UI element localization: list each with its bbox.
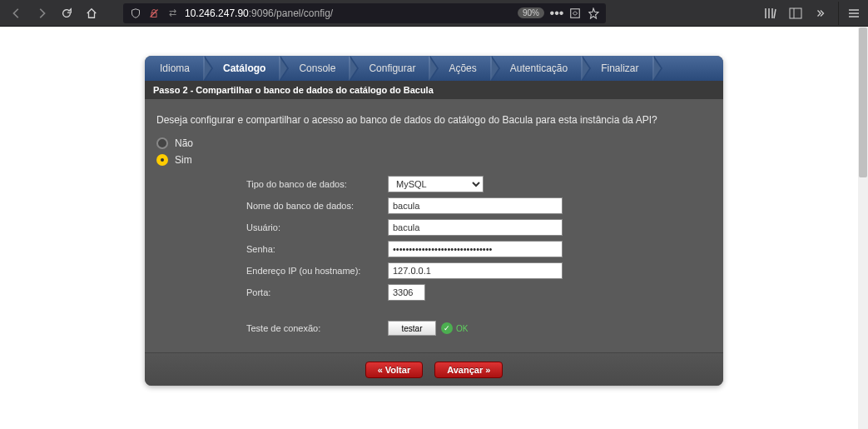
url-bar[interactable]: ⇄ 10.246.247.90:9096/panel/config/ 90% •… [123, 3, 606, 23]
label-test: Teste de conexão: [246, 323, 388, 333]
test-button[interactable]: testar [388, 321, 436, 336]
label-user: Usuário: [246, 222, 388, 232]
more-icon[interactable]: ••• [551, 7, 563, 19]
step-acoes[interactable]: Ações [429, 56, 489, 81]
input-port[interactable] [388, 284, 425, 301]
input-password[interactable] [388, 241, 563, 257]
question-text: Deseja configurar e compartilhar o acess… [156, 114, 712, 126]
zoom-badge[interactable]: 90% [518, 7, 544, 18]
home-button[interactable] [82, 3, 102, 23]
browser-toolbar: ⇄ 10.246.247.90:9096/panel/config/ 90% •… [0, 0, 868, 27]
scrollbar-thumb[interactable] [859, 27, 867, 177]
input-host[interactable] [388, 262, 563, 279]
right-toolbar [763, 2, 861, 25]
radio-no-row[interactable]: Não [156, 137, 712, 149]
check-icon: ✓ [441, 322, 453, 334]
label-password: Senha: [246, 244, 388, 254]
page-content: Idioma Catálogo Console Configurar Ações… [0, 27, 868, 429]
label-db-name: Nome do banco de dados: [246, 201, 388, 211]
step-console[interactable]: Console [279, 56, 349, 81]
step-configurar[interactable]: Configurar [349, 56, 429, 81]
overflow-icon[interactable] [813, 6, 828, 21]
step-title: Passo 2 - Compartilhar o banco de dados … [145, 81, 723, 99]
panel-footer: « Voltar Avançar » [145, 352, 723, 386]
forward-button[interactable] [32, 3, 52, 23]
breadcrumb-steps: Idioma Catálogo Console Configurar Ações… [145, 56, 723, 81]
insecure-lock-icon [148, 7, 160, 19]
input-user[interactable] [388, 219, 563, 236]
shield-icon [130, 7, 141, 19]
select-db-type[interactable]: MySQL [388, 176, 484, 192]
next-button-footer[interactable]: Avançar » [434, 362, 503, 378]
library-icon[interactable] [763, 6, 778, 21]
scrollbar[interactable] [858, 27, 868, 429]
radio-yes[interactable] [156, 154, 168, 166]
sidebar-icon[interactable] [788, 6, 803, 21]
step-autenticacao[interactable]: Autenticação [490, 56, 581, 81]
svg-rect-3 [790, 8, 801, 18]
label-host: Endereço IP (ou hostname): [246, 266, 388, 276]
label-db-type: Tipo do banco de dados: [246, 179, 388, 189]
test-ok-badge: ✓ OK [441, 322, 468, 334]
radio-yes-label: Sim [175, 154, 192, 166]
radio-no-label: Não [175, 137, 193, 149]
ok-label: OK [456, 324, 468, 333]
reader-icon[interactable] [569, 7, 581, 19]
back-button[interactable] [7, 3, 27, 23]
panel-body: Deseja configurar e compartilhar o acess… [145, 99, 723, 352]
connection-icon: ⇄ [166, 7, 178, 19]
step-finalizar[interactable]: Finalizar [581, 56, 652, 81]
bookmark-icon[interactable] [588, 7, 599, 19]
input-db-name[interactable] [388, 197, 563, 214]
menu-button[interactable] [838, 2, 861, 25]
radio-no[interactable] [156, 137, 168, 149]
label-port: Porta: [246, 287, 388, 297]
form-grid: Tipo do banco de dados: MySQL Nome do ba… [246, 176, 712, 336]
url-text: 10.246.247.90:9096/panel/config/ [185, 7, 511, 19]
config-panel: Idioma Catálogo Console Configurar Ações… [145, 56, 723, 386]
step-idioma[interactable]: Idioma [145, 56, 203, 81]
radio-yes-row[interactable]: Sim [156, 154, 712, 166]
reload-button[interactable] [57, 3, 77, 23]
svg-rect-2 [571, 8, 580, 17]
step-catalogo[interactable]: Catálogo [203, 56, 279, 81]
back-button-footer[interactable]: « Voltar [365, 362, 424, 378]
